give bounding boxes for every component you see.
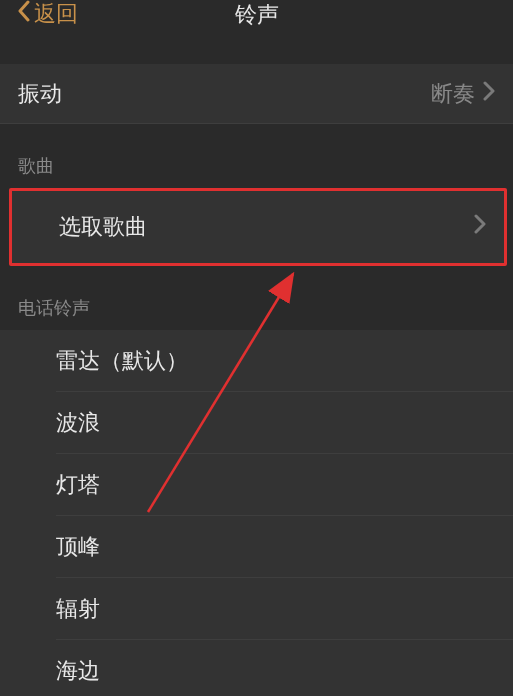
ringtone-item[interactable]: 波浪 [0,392,513,454]
ringtone-item[interactable]: 顶峰 [0,516,513,578]
ringtone-item-label: 海边 [56,656,495,686]
section-header-ringtones: 电话铃声 [0,266,513,330]
spacer [0,42,513,64]
pick-song-label: 选取歌曲 [59,212,474,242]
chevron-right-icon [483,81,495,107]
back-label: 返回 [34,0,78,29]
ringtone-item-label: 辐射 [56,594,495,624]
ringtone-item[interactable]: 灯塔 [0,454,513,516]
ringtone-list: 雷达（默认） 波浪 灯塔 顶峰 辐射 海边 [0,330,513,696]
vibration-value: 断奏 [431,79,475,109]
section-header-song: 歌曲 [0,124,513,188]
ringtone-item-label: 灯塔 [56,470,495,500]
vibration-row[interactable]: 振动 断奏 [0,64,513,124]
ringtone-item-label: 波浪 [56,408,495,438]
ringtone-item[interactable]: 雷达（默认） [0,330,513,392]
back-button[interactable]: 返回 [16,0,78,28]
chevron-left-icon [16,0,32,29]
header: 返回 铃声 [0,0,513,42]
pick-song-row[interactable]: 选取歌曲 [12,191,504,263]
ringtone-item[interactable]: 海边 [0,640,513,696]
ringtone-item-label: 雷达（默认） [56,346,495,376]
chevron-right-icon [474,214,486,240]
highlight-annotation: 选取歌曲 [9,188,507,266]
page-title: 铃声 [235,0,279,30]
ringtone-item[interactable]: 辐射 [0,578,513,640]
vibration-label: 振动 [18,79,431,109]
ringtone-item-label: 顶峰 [56,532,495,562]
